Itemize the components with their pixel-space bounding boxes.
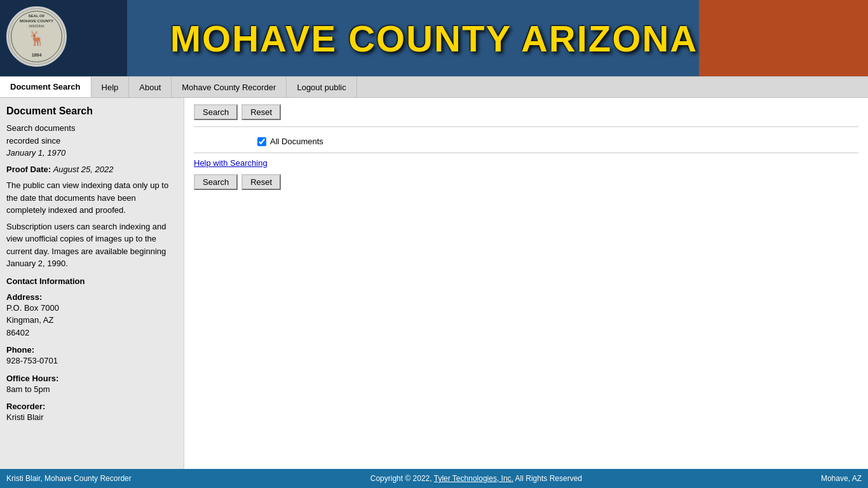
svg-text:🦌: 🦌	[28, 30, 46, 47]
site-title: MOHAVE COUNTY ARIZONA	[170, 17, 698, 60]
address-label: Address:	[6, 292, 177, 302]
svg-text:ARIZONA: ARIZONA	[29, 24, 44, 28]
phone-section: Phone: 928-753-0701	[6, 345, 177, 367]
all-documents-label[interactable]: All Documents	[270, 137, 323, 146]
all-documents-row: All Documents	[257, 137, 858, 146]
search-button-bottom[interactable]: Search	[194, 174, 238, 190]
search-buttons-top: Search Reset	[194, 104, 858, 120]
divider-middle	[194, 152, 858, 153]
proof-date-value: August 25, 2022	[53, 165, 114, 174]
proof-date: Proof Date: August 25, 2022	[6, 163, 177, 176]
svg-text:SEAL OF: SEAL OF	[29, 14, 45, 18]
search-desc-date: January 1, 1970	[6, 148, 65, 158]
nav-tab-mohave-recorder[interactable]: Mohave County Recorder	[171, 77, 287, 97]
sidebar-title: Document Search	[6, 105, 177, 117]
search-button-top[interactable]: Search	[194, 104, 238, 120]
content-area: Search Reset All Documents Help with Sea…	[184, 98, 868, 469]
nav-tab-logout[interactable]: Logout public	[286, 77, 356, 97]
sidebar: Document Search Search documents recorde…	[0, 98, 184, 469]
nav-bar: Document Search Help About Mohave County…	[0, 76, 868, 98]
contact-section: Contact Information	[6, 276, 177, 286]
reset-button-bottom[interactable]: Reset	[241, 174, 281, 190]
all-documents-checkbox[interactable]	[257, 137, 266, 146]
phone-value: 928-753-0701	[6, 355, 177, 367]
subscription-note: Subscription users can search indexing a…	[6, 220, 177, 270]
nav-tab-document-search[interactable]: Document Search	[0, 77, 92, 97]
hours-value: 8am to 5pm	[6, 383, 177, 396]
main-container: Document Search Search documents recorde…	[0, 98, 868, 469]
header-banner: SEAL OF MOHAVE COUNTY ARIZONA 🦌 1864 MOH…	[0, 0, 868, 76]
county-seal: SEAL OF MOHAVE COUNTY ARIZONA 🦌 1864	[6, 6, 70, 70]
contact-title: Contact Information	[6, 276, 177, 286]
divider-top	[194, 126, 858, 127]
svg-text:1864: 1864	[32, 53, 42, 57]
recorder-section: Recorder: Kristi Blair	[6, 402, 177, 424]
hours-section: Office Hours: 8am to 5pm	[6, 374, 177, 396]
address-line1: P.O. Box 7000 Kingman, AZ 86402	[6, 302, 177, 339]
public-note: The public can view indexing data only u…	[6, 179, 177, 217]
help-with-searching-link[interactable]: Help with Searching	[194, 158, 858, 168]
hours-label: Office Hours:	[6, 374, 177, 383]
nav-tab-about[interactable]: About	[128, 77, 172, 97]
recorder-value: Kristi Blair	[6, 411, 177, 424]
search-buttons-bottom: Search Reset	[194, 174, 858, 190]
proof-date-label: Proof Date:	[6, 165, 51, 174]
recorder-label: Recorder:	[6, 402, 177, 411]
nav-tab-help[interactable]: Help	[91, 77, 130, 97]
phone-label: Phone:	[6, 345, 177, 355]
reset-button-top[interactable]: Reset	[241, 104, 281, 120]
sidebar-description: Search documents recorded since January …	[6, 122, 177, 159]
svg-text:MOHAVE COUNTY: MOHAVE COUNTY	[20, 19, 53, 23]
address-section: Address: P.O. Box 7000 Kingman, AZ 86402	[6, 292, 177, 339]
address-line2: Kingman, AZ	[6, 315, 53, 325]
search-desc-line2: recorded since	[6, 136, 60, 146]
address-line3: 86402	[6, 328, 29, 337]
search-desc-line1: Search documents	[6, 123, 75, 133]
